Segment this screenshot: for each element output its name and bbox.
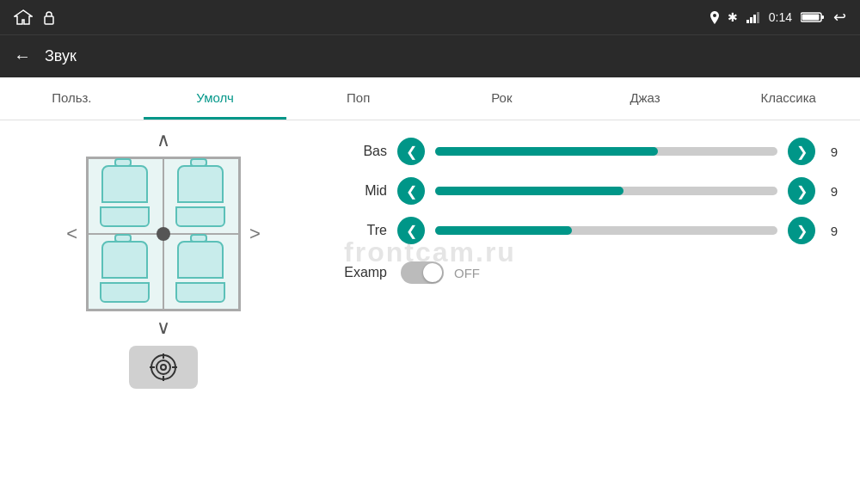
tab-klassika[interactable]: Классика (716, 77, 860, 120)
toggle-knob (423, 263, 442, 282)
status-right-icons: ✱ 0:14 ↩ (710, 8, 846, 27)
eq-slider-bas[interactable] (435, 147, 777, 156)
svg-rect-4 (757, 12, 759, 23)
crosshair-icon (149, 353, 178, 382)
eq-decrement-bas[interactable]: ❮ (397, 138, 425, 165)
tab-bar: Польз. Умолч Поп Рок Джаз Классика (0, 77, 860, 120)
left-panel: ∧ < (0, 120, 327, 504)
seat-top-left[interactable] (88, 158, 163, 234)
back-nav-icon[interactable]: ↩ (833, 8, 846, 27)
svg-rect-3 (753, 15, 756, 23)
eq-label-mid: Mid (344, 183, 387, 199)
tab-polz[interactable]: Польз. (0, 77, 144, 120)
title-bar: ← Звук (0, 34, 860, 77)
car-seat-grid (86, 157, 241, 311)
status-bar: ✱ 0:14 ↩ (0, 0, 860, 34)
eq-increment-bas[interactable]: ❯ (788, 138, 815, 165)
seat-shape-tl (100, 165, 151, 227)
svg-rect-2 (750, 17, 752, 23)
tab-umolch[interactable]: Умолч (144, 77, 287, 120)
eq-fill-tre (435, 226, 572, 235)
svg-point-10 (161, 365, 166, 370)
seat-shape-br (175, 241, 227, 303)
svg-rect-0 (45, 16, 53, 24)
svg-rect-7 (821, 15, 824, 19)
svg-point-8 (151, 355, 175, 379)
eq-value-mid: 9 (826, 184, 843, 199)
seat-bottom-left[interactable] (88, 234, 163, 310)
eq-decrement-mid[interactable]: ❮ (397, 177, 425, 205)
examp-row: Examp OFF (344, 261, 843, 284)
tab-dzhaz[interactable]: Джаз (574, 77, 717, 120)
seat-top-right[interactable] (163, 158, 239, 234)
lock-icon (43, 9, 55, 25)
toggle-container: OFF (401, 261, 480, 284)
eq-row-bas: Bas ❮ ❯ 9 (344, 138, 843, 165)
seat-back-tl (101, 165, 148, 203)
right-panel: Bas ❮ ❯ 9 Mid ❮ ❯ 9 Tre ❮ ❯ 9 (327, 120, 860, 504)
examp-toggle[interactable] (401, 261, 444, 284)
tab-pop[interactable]: Поп (286, 77, 430, 120)
eq-slider-mid[interactable] (435, 187, 777, 195)
seat-back-bl (101, 241, 148, 279)
eq-fill-bas (435, 147, 658, 156)
svg-point-9 (157, 360, 170, 374)
eq-row-tre: Tre ❮ ❯ 9 (344, 217, 843, 244)
page-title: Звук (45, 47, 77, 65)
status-left-icons (14, 9, 55, 25)
eq-fill-mid (435, 187, 624, 195)
eq-decrement-tre[interactable]: ❮ (397, 217, 425, 244)
location-icon (710, 11, 719, 24)
tab-rok[interactable]: Рок (430, 77, 574, 120)
battery-icon (801, 11, 825, 23)
right-arrow-button[interactable]: > (246, 219, 264, 249)
seat-back-br (177, 241, 224, 279)
back-button[interactable]: ← (14, 46, 31, 66)
eq-value-bas: 9 (826, 144, 843, 159)
seat-bottom-br (175, 282, 225, 303)
eq-row-mid: Mid ❮ ❯ 9 (344, 177, 843, 205)
eq-slider-tre[interactable] (435, 226, 777, 235)
eq-value-tre: 9 (826, 224, 843, 238)
bluetooth-icon: ✱ (728, 10, 738, 24)
home-icon (14, 9, 33, 25)
svg-rect-6 (802, 15, 820, 21)
car-seat-container: < (63, 157, 264, 311)
main-content: ∧ < (0, 120, 860, 504)
eq-label-tre: Tre (344, 223, 387, 238)
status-time: 0:14 (769, 10, 792, 24)
seat-bottom-tl (100, 206, 150, 227)
examp-off-label: OFF (454, 266, 480, 280)
up-chevron-button[interactable]: ∧ (148, 127, 179, 153)
down-chevron-button[interactable]: ∨ (148, 315, 179, 341)
seat-bottom-tr (175, 206, 225, 227)
center-position-dot (157, 227, 170, 241)
seat-bottom-right[interactable] (163, 234, 239, 310)
signal-icon (746, 11, 760, 23)
examp-label: Examp (344, 265, 387, 280)
seat-shape-bl (100, 241, 151, 303)
eq-increment-mid[interactable]: ❯ (788, 177, 815, 205)
seat-back-tr (177, 165, 224, 203)
eq-increment-tre[interactable]: ❯ (788, 217, 815, 244)
seat-shape-tr (175, 165, 227, 227)
svg-rect-1 (746, 20, 749, 23)
target-icon-button[interactable] (129, 346, 198, 389)
left-arrow-button[interactable]: < (63, 219, 81, 249)
seat-bottom-bl (100, 282, 150, 303)
eq-label-bas: Bas (344, 144, 387, 159)
